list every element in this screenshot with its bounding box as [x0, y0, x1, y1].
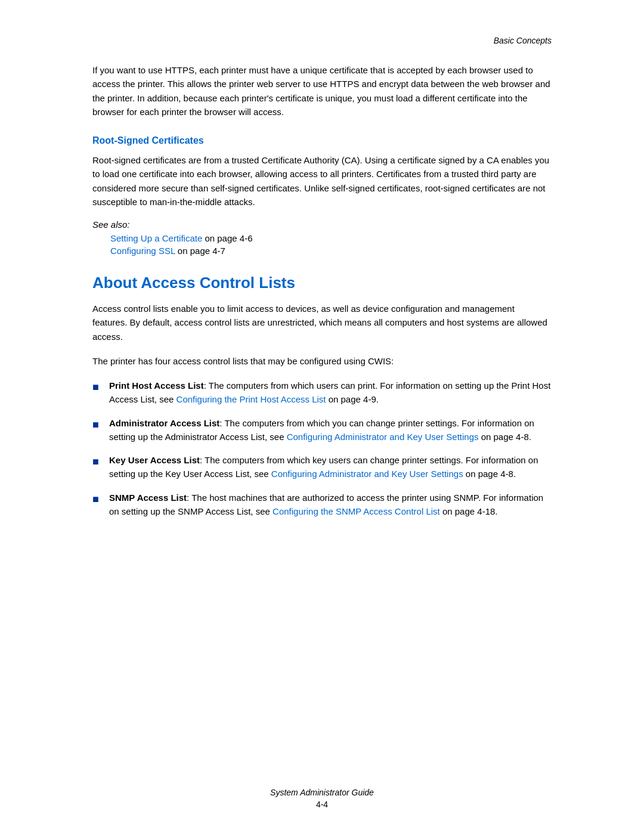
- see-also-links: Setting Up a Certificate on page 4-6 Con…: [92, 233, 552, 256]
- page-container: Basic Concepts If you want to use HTTPS,…: [0, 0, 644, 833]
- setting-up-certificate-link[interactable]: Setting Up a Certificate: [110, 233, 202, 243]
- bullet-text-4: SNMP Access List: The host machines that…: [109, 491, 552, 519]
- list-item: ■ Administrator Access List: The compute…: [92, 416, 552, 444]
- bullet-icon-2: ■: [92, 417, 102, 433]
- acl-section: About Access Control Lists Access contro…: [92, 274, 552, 518]
- see-also-link-1: Setting Up a Certificate on page 4-6: [110, 233, 552, 243]
- list-item: ■ Key User Access List: The computers fr…: [92, 453, 552, 481]
- acl-paragraph-1: Access control lists enable you to limit…: [92, 302, 552, 343]
- header-text: Basic Concepts: [494, 36, 552, 45]
- acl-bullet-list: ■ Print Host Access List: The computers …: [92, 379, 552, 518]
- see-also-label: See also:: [92, 219, 552, 230]
- configuring-ssl-link[interactable]: Configuring SSL: [110, 246, 175, 256]
- acl-heading: About Access Control Lists: [92, 274, 552, 292]
- footer-title: System Administrator Guide: [0, 788, 644, 797]
- root-signed-paragraph: Root-signed certificates are from a trus…: [92, 153, 552, 209]
- root-signed-heading: Root-Signed Certificates: [92, 135, 552, 146]
- see-also-link-2: Configuring SSL on page 4-7: [110, 246, 552, 256]
- bullet-icon-3: ■: [92, 454, 102, 470]
- key-user-access-list-link[interactable]: Configuring Administrator and Key User S…: [271, 469, 463, 479]
- footer-page-number: 4-4: [0, 800, 644, 809]
- page-header: Basic Concepts: [92, 36, 552, 45]
- intro-paragraph: If you want to use HTTPS, each printer m…: [92, 63, 552, 119]
- admin-access-list-link[interactable]: Configuring Administrator and Key User S…: [287, 432, 479, 442]
- bullet-icon-4: ■: [92, 491, 102, 508]
- bullet-icon-1: ■: [92, 379, 102, 396]
- page-footer: System Administrator Guide 4-4: [0, 788, 644, 809]
- bullet-text-2: Administrator Access List: The computers…: [109, 416, 552, 444]
- print-host-access-list-link[interactable]: Configuring the Print Host Access List: [177, 394, 326, 404]
- list-item: ■ SNMP Access List: The host machines th…: [92, 491, 552, 519]
- root-signed-section: Root-Signed Certificates Root-signed cer…: [92, 135, 552, 256]
- bullet-text-1: Print Host Access List: The computers fr…: [109, 379, 552, 407]
- list-item: ■ Print Host Access List: The computers …: [92, 379, 552, 407]
- bullet-text-3: Key User Access List: The computers from…: [109, 453, 552, 481]
- acl-paragraph-2: The printer has four access control list…: [92, 354, 552, 368]
- snmp-access-list-link[interactable]: Configuring the SNMP Access Control List: [273, 506, 440, 516]
